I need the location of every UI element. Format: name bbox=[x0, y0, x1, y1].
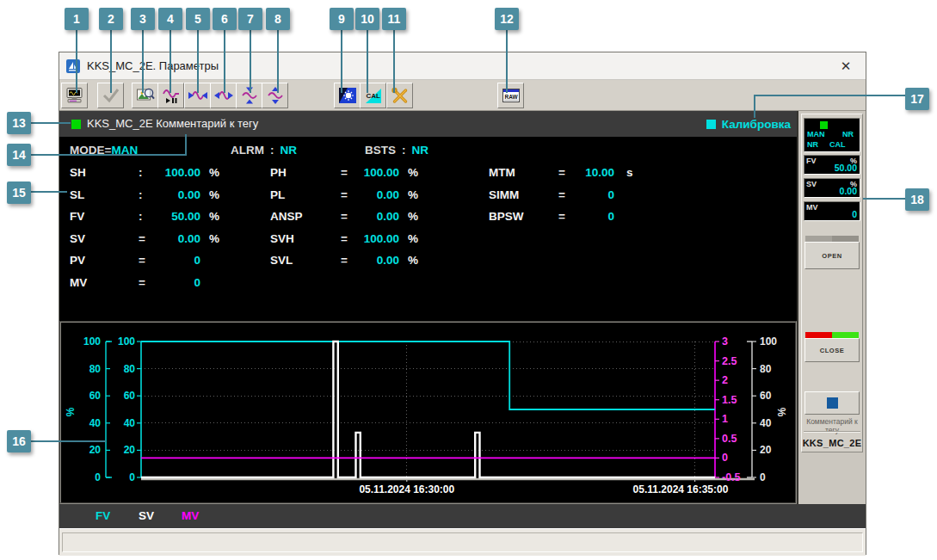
callout-badge-18: 18 bbox=[905, 188, 929, 211]
toolbar: CAL RAW bbox=[59, 80, 866, 111]
fv-value-box: FV % 50.00 bbox=[804, 155, 860, 175]
callout-line bbox=[367, 30, 368, 93]
param-row-ansp: ANSP=0.00% bbox=[270, 206, 451, 228]
callout-line bbox=[393, 30, 395, 93]
callout-line bbox=[110, 30, 112, 93]
param-unit: % bbox=[200, 166, 252, 179]
callout-line bbox=[341, 30, 342, 93]
param-row-ph: PH=100.00% bbox=[270, 162, 451, 184]
callout-badge-7: 7 bbox=[238, 8, 262, 30]
expand-scale-button[interactable] bbox=[262, 83, 288, 108]
param-label: PH bbox=[270, 166, 341, 179]
param-sep: = bbox=[341, 166, 354, 179]
calibration-square-icon bbox=[706, 120, 716, 129]
alrm-value: NR bbox=[280, 144, 298, 157]
param-row-mv: MV=0 bbox=[70, 272, 252, 294]
svg-text:40: 40 bbox=[760, 417, 772, 429]
param-sep: = bbox=[139, 254, 156, 267]
param-label: MTM bbox=[489, 166, 558, 179]
color-scheme-button[interactable] bbox=[334, 83, 361, 108]
param-row-pl: PL=0.00% bbox=[270, 184, 451, 206]
export-image-button[interactable] bbox=[132, 83, 158, 108]
param-unit: % bbox=[399, 232, 451, 245]
legend-mv: MV bbox=[182, 504, 199, 528]
svg-text:0: 0 bbox=[129, 471, 135, 483]
window-title: KKS_MC_2E. Параметры bbox=[87, 59, 219, 72]
param-sep: = bbox=[341, 254, 354, 267]
alrm-label: ALRM bbox=[231, 144, 264, 157]
param-unit: % bbox=[200, 232, 252, 245]
status-box: MAN NR NR CAL bbox=[804, 118, 860, 152]
close-indicator-green bbox=[832, 332, 859, 338]
callout-badge-11: 11 bbox=[382, 8, 406, 30]
bsts-label: BSTS bbox=[365, 144, 396, 157]
callout-badge-1: 1 bbox=[65, 8, 89, 30]
mv-box-label: MV bbox=[806, 203, 818, 212]
wave-expand-vertical-icon bbox=[265, 86, 286, 105]
mode-row: MODE=MAN ALRM:NR BSTS:NR bbox=[70, 139, 797, 162]
param-row-fv: FV:50.00% bbox=[70, 206, 252, 228]
param-label: BPSW bbox=[489, 210, 558, 223]
callout-badge-2: 2 bbox=[99, 8, 123, 30]
screenshot-print-button[interactable] bbox=[61, 83, 88, 108]
open-button[interactable]: OPEN bbox=[804, 242, 860, 269]
window-content: KKS_MC_2E Комментарий к тегу Калибровка … bbox=[59, 111, 866, 504]
param-val: 0 bbox=[156, 254, 200, 267]
param-label: SVL bbox=[270, 254, 341, 267]
bsts-group: BSTS:NR bbox=[365, 139, 428, 162]
param-sep: = bbox=[558, 188, 572, 201]
param-sep: : bbox=[139, 166, 156, 179]
faceplate-tag-name: KKS_MC_2E bbox=[802, 438, 862, 448]
param-val: 0.00 bbox=[156, 232, 200, 245]
tag-status-square-icon bbox=[71, 120, 81, 129]
param-sep: = bbox=[341, 232, 354, 245]
sv-box-value: 0.00 bbox=[840, 187, 857, 196]
param-column-3: MTM=10.00sSIMM=0BPSW=0 bbox=[489, 162, 666, 228]
param-label: PL bbox=[270, 188, 341, 201]
param-sep: = bbox=[558, 210, 572, 223]
stop-button[interactable] bbox=[804, 391, 860, 415]
main-area: KKS_MC_2E Комментарий к тегу Калибровка … bbox=[59, 111, 797, 504]
close-button-faceplate[interactable]: CLOSE bbox=[804, 338, 860, 362]
svg-text:80: 80 bbox=[760, 363, 772, 375]
tools-button[interactable] bbox=[386, 83, 413, 108]
status-green-square-icon bbox=[820, 121, 828, 129]
param-unit: % bbox=[399, 210, 451, 223]
svg-text:40: 40 bbox=[89, 417, 102, 429]
param-label: SVH bbox=[270, 232, 341, 245]
mv-value-box: MV 0 bbox=[804, 201, 860, 221]
callout-badge-16: 16 bbox=[7, 430, 31, 452]
callout-line bbox=[863, 198, 905, 200]
faceplate-panel: MAN NR NR CAL FV % 50.00 SV % 0.00 MV bbox=[797, 111, 866, 504]
param-sep: = bbox=[341, 188, 354, 201]
svg-text:20: 20 bbox=[124, 444, 136, 456]
parameters-window: KKS_MC_2E. Параметры ✕ bbox=[59, 52, 866, 555]
calibration-button[interactable]: CAL bbox=[360, 83, 386, 108]
title-bar[interactable]: KKS_MC_2E. Параметры ✕ bbox=[59, 52, 866, 80]
param-sep: = bbox=[341, 210, 354, 223]
screenshot-canvas: { "colors": { "accent_cyan": "#00e0e0", … bbox=[0, 0, 937, 560]
raw-icon: RAW bbox=[501, 86, 521, 105]
param-row-sv: SV=0.00% bbox=[70, 228, 252, 250]
param-val: 100.00 bbox=[354, 166, 399, 179]
calibration-label: Калибровка bbox=[722, 118, 791, 131]
status-bar-inset bbox=[62, 532, 863, 552]
svg-text:60: 60 bbox=[124, 390, 136, 402]
close-button[interactable]: ✕ bbox=[833, 58, 859, 74]
fv-box-label: FV bbox=[806, 157, 817, 165]
callout-line bbox=[754, 95, 755, 118]
raw-data-button[interactable]: RAW bbox=[497, 83, 524, 108]
param-row-bpsw: BPSW=0 bbox=[489, 206, 666, 228]
svg-text:80: 80 bbox=[89, 363, 102, 375]
image-magnifier-icon bbox=[135, 86, 156, 105]
open-indicator-right bbox=[832, 236, 859, 242]
faceplate-inner: MAN NR NR CAL FV % 50.00 SV % 0.00 MV bbox=[801, 114, 863, 452]
param-row-sh: SH:100.00% bbox=[70, 162, 252, 184]
stop-square-icon bbox=[827, 397, 838, 409]
mv-box-value: 0 bbox=[852, 210, 857, 219]
svg-text:1.5: 1.5 bbox=[722, 394, 737, 406]
callout-line bbox=[277, 30, 279, 93]
fv-box-value: 50.00 bbox=[835, 163, 857, 173]
mode-group: MODE=MAN bbox=[70, 139, 138, 162]
param-label: SIMM bbox=[489, 188, 558, 201]
